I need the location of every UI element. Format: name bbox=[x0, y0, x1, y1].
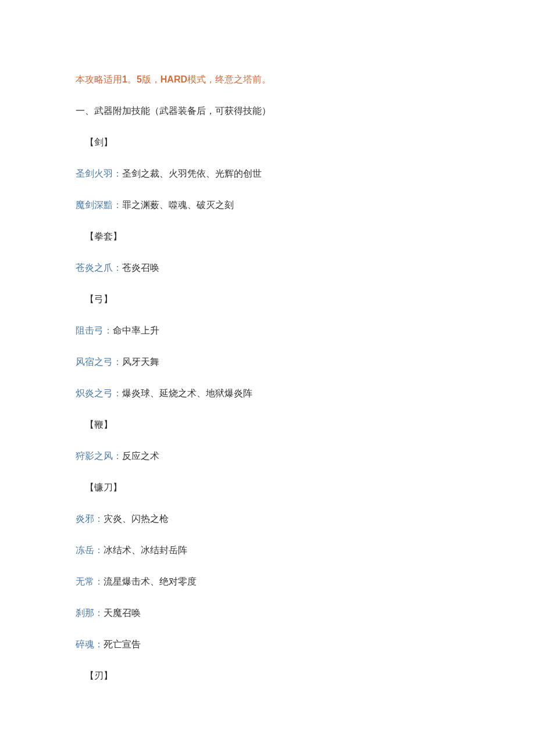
header-suffix: 模式，终意之塔前。 bbox=[187, 74, 271, 84]
weapon-skills: 风牙天舞 bbox=[122, 357, 159, 367]
weapon-skills: 命中率上升 bbox=[113, 325, 159, 335]
weapon-row: 狩影之风：反应之术 bbox=[76, 449, 459, 463]
weapon-name: 狩影之风： bbox=[76, 451, 122, 461]
version-2: 5 bbox=[137, 74, 142, 84]
category-blade: 【刃】 bbox=[76, 669, 459, 683]
comma-1: 。 bbox=[127, 74, 137, 84]
weapon-name: 炽炎之弓： bbox=[76, 388, 122, 398]
guide-header: 本攻略适用1。5版，HARD模式，终意之塔前。 bbox=[76, 73, 459, 87]
category-bow: 【弓】 bbox=[76, 292, 459, 306]
weapon-row: 无常：流星爆击术、绝对零度 bbox=[76, 575, 459, 589]
weapon-row: 碎魂：死亡宣告 bbox=[76, 637, 459, 651]
document-content: 本攻略适用1。5版，HARD模式，终意之塔前。 一、武器附加技能（武器装备后，可… bbox=[0, 0, 535, 735]
weapon-name: 圣剑火羽： bbox=[76, 169, 122, 178]
header-prefix: 本攻略适用 bbox=[76, 74, 122, 84]
weapon-skills: 反应之术 bbox=[122, 451, 159, 461]
weapon-skills: 死亡宣告 bbox=[104, 639, 141, 649]
weapon-row: 苍炎之爪：苍炎召唤 bbox=[76, 261, 459, 275]
weapon-row: 风宿之弓：风牙天舞 bbox=[76, 355, 459, 369]
weapon-skills: 灾炎、闪热之枪 bbox=[104, 514, 169, 524]
weapon-skills: 苍炎召唤 bbox=[122, 263, 159, 273]
weapon-name: 苍炎之爪： bbox=[76, 263, 122, 273]
weapon-skills: 爆炎球、延烧之术、地狱爆炎阵 bbox=[122, 388, 252, 398]
weapon-name: 无常： bbox=[76, 576, 104, 586]
weapon-skills: 天魔召唤 bbox=[104, 608, 141, 618]
weapon-skills: 流星爆击术、绝对零度 bbox=[104, 576, 197, 586]
section-title: 一、武器附加技能（武器装备后，可获得技能） bbox=[76, 104, 459, 118]
weapon-row: 炎邪：灾炎、闪热之枪 bbox=[76, 512, 459, 526]
weapon-skills: 罪之渊薮、噬魂、破灭之刻 bbox=[122, 200, 234, 210]
weapon-name: 炎邪： bbox=[76, 514, 104, 524]
weapon-name: 冻岳： bbox=[76, 545, 104, 555]
weapon-row: 冻岳：冰结术、冰结封岳阵 bbox=[76, 543, 459, 557]
weapon-name: 碎魂： bbox=[76, 639, 104, 649]
weapon-name: 阻击弓： bbox=[76, 325, 113, 335]
category-whip: 【鞭】 bbox=[76, 418, 459, 432]
weapon-row: 魔剑深黯：罪之渊薮、噬魂、破灭之刻 bbox=[76, 198, 459, 212]
weapon-name: 刹那： bbox=[76, 608, 104, 618]
version-1: 1 bbox=[122, 74, 127, 84]
category-sword: 【剑】 bbox=[76, 135, 459, 149]
weapon-row: 刹那：天魔召唤 bbox=[76, 606, 459, 620]
category-gloves: 【拳套】 bbox=[76, 230, 459, 243]
weapon-row: 圣剑火羽：圣剑之裁、火羽凭依、光辉的创世 bbox=[76, 167, 459, 181]
weapon-row: 炽炎之弓：爆炎球、延烧之术、地狱爆炎阵 bbox=[76, 386, 459, 400]
weapon-skills: 冰结术、冰结封岳阵 bbox=[104, 545, 187, 555]
weapon-name: 风宿之弓： bbox=[76, 357, 122, 367]
version-suffix: 版， bbox=[142, 74, 160, 84]
weapon-skills: 圣剑之裁、火羽凭依、光辉的创世 bbox=[122, 169, 262, 178]
weapon-row: 阻击弓：命中率上升 bbox=[76, 324, 459, 338]
category-scythe: 【镰刀】 bbox=[76, 481, 459, 495]
weapon-name: 魔剑深黯： bbox=[76, 200, 122, 210]
mode: HARD bbox=[160, 74, 187, 84]
